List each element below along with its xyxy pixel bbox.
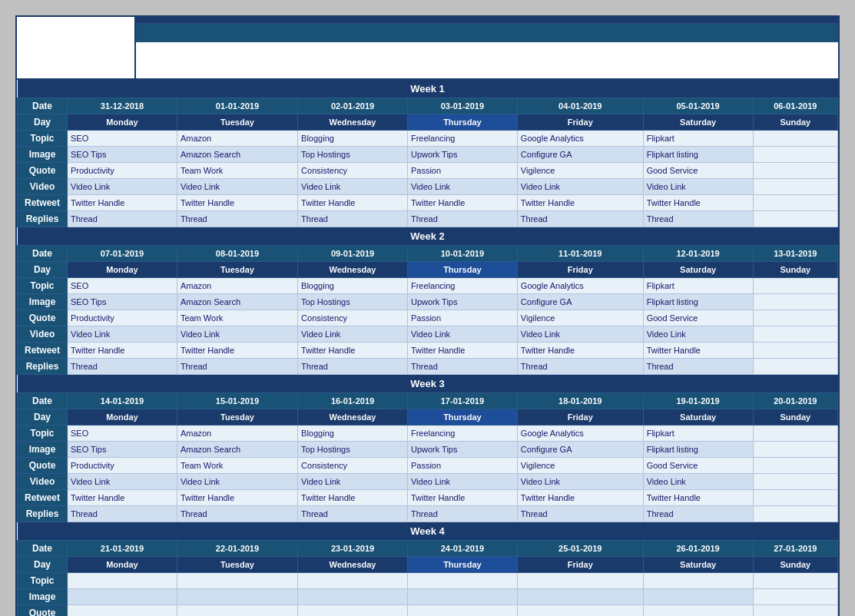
- replies-label: Replies: [18, 506, 68, 522]
- day-label: Day: [18, 262, 68, 278]
- data-cell: [753, 573, 837, 589]
- data-cell: Upwork Tips: [407, 442, 517, 458]
- data-cell: Thread: [68, 359, 177, 375]
- date-cell: 06-01-2019: [753, 98, 837, 114]
- date-cell: 24-01-2019: [407, 541, 517, 557]
- data-cell: Video Link: [407, 474, 517, 490]
- data-cell: Freelancing: [407, 131, 517, 147]
- data-cell: Vigilence: [517, 163, 643, 179]
- data-cell: [407, 605, 517, 617]
- data-cell: Thread: [298, 211, 408, 227]
- day-cell: Wednesday: [298, 409, 408, 426]
- retweet-label: Retweet: [18, 195, 68, 211]
- data-cell: Team Work: [177, 163, 297, 179]
- data-cell: Team Work: [177, 310, 297, 326]
- day-cell: Saturday: [643, 409, 753, 426]
- data-cell: Video Link: [68, 474, 177, 490]
- data-cell: Thread: [643, 359, 753, 375]
- topic-row: TopicSEOAmazonBloggingFreelancingGoogle …: [18, 426, 838, 442]
- data-cell: [753, 195, 837, 211]
- date-row: Date07-01-201908-01-201909-01-201910-01-…: [18, 246, 838, 262]
- day-label: Day: [18, 114, 68, 131]
- data-cell: Upwork Tips: [407, 294, 517, 310]
- date-cell: 21-01-2019: [68, 541, 177, 557]
- data-cell: Top Hostings: [298, 442, 408, 458]
- date-cell: 04-01-2019: [517, 98, 643, 114]
- week-4-header: Week 4: [18, 522, 838, 541]
- data-cell: Configure GA: [517, 442, 643, 458]
- data-cell: [753, 211, 837, 227]
- retweet-label: Retweet: [18, 343, 68, 359]
- data-cell: Blogging: [298, 278, 408, 294]
- date-cell: 31-12-2018: [68, 98, 177, 114]
- data-cell: Video Link: [643, 326, 753, 343]
- data-cell: Twitter Handle: [68, 490, 177, 506]
- data-cell: Thread: [643, 506, 753, 522]
- data-cell: [753, 163, 837, 179]
- data-cell: SEO Tips: [68, 147, 177, 163]
- data-cell: [753, 179, 837, 195]
- day-cell: Wednesday: [298, 262, 408, 278]
- data-cell: Video Link: [407, 179, 517, 195]
- day-cell: Monday: [68, 262, 177, 278]
- data-cell: Google Analytics: [517, 131, 643, 147]
- data-cell: Good Service: [643, 310, 753, 326]
- data-cell: Productivity: [68, 310, 177, 326]
- data-cell: Twitter Handle: [517, 343, 643, 359]
- data-cell: [177, 573, 297, 589]
- week-2-header: Week 2: [18, 227, 838, 246]
- data-cell: Flipkart listing: [643, 294, 753, 310]
- video-row: VideoVideo LinkVideo LinkVideo LinkVideo…: [18, 326, 838, 343]
- data-cell: [68, 573, 177, 589]
- data-cell: Amazon Search: [177, 147, 297, 163]
- video-label: Video: [18, 326, 68, 343]
- data-cell: Twitter Handle: [407, 195, 517, 211]
- data-cell: Thread: [517, 506, 643, 522]
- data-cell: Amazon: [177, 426, 297, 442]
- data-cell: Twitter Handle: [298, 490, 408, 506]
- date-cell: 08-01-2019: [177, 246, 297, 262]
- day-cell: Sunday: [753, 262, 837, 278]
- retweet-row: RetweetTwitter HandleTwitter HandleTwitt…: [18, 195, 838, 211]
- data-cell: Video Link: [643, 474, 753, 490]
- data-cell: Thread: [407, 506, 517, 522]
- date-cell: 02-01-2019: [298, 98, 408, 114]
- data-cell: [517, 605, 643, 617]
- retweet-label: Retweet: [18, 490, 68, 506]
- data-cell: [753, 326, 837, 343]
- data-cell: Twitter Handle: [177, 343, 297, 359]
- retweet-row: RetweetTwitter HandleTwitter HandleTwitt…: [18, 343, 838, 359]
- date-label: Date: [18, 393, 68, 409]
- date-cell: 19-01-2019: [643, 393, 753, 409]
- date-label: Date: [18, 98, 68, 114]
- topic-row: TopicSEOAmazonBloggingFreelancingGoogle …: [18, 131, 838, 147]
- data-cell: [753, 589, 837, 605]
- day-row: DayMondayTuesdayWednesdayThursdayFridayS…: [18, 557, 838, 573]
- image-row: Image: [18, 589, 838, 605]
- day-cell: Friday: [517, 557, 643, 573]
- day-cell: Monday: [68, 114, 177, 131]
- date-cell: 27-01-2019: [753, 541, 837, 557]
- date-cell: 09-01-2019: [298, 246, 408, 262]
- week-header-row: Week 1: [18, 80, 838, 98]
- week-header-row: Week 2: [18, 227, 838, 246]
- data-cell: Flipkart listing: [643, 442, 753, 458]
- data-cell: Flipkart listing: [643, 147, 753, 163]
- quote-row: QuoteProductivityTeam WorkConsistencyPas…: [18, 310, 838, 326]
- data-cell: Blogging: [298, 426, 408, 442]
- data-cell: Amazon Search: [177, 442, 297, 458]
- data-cell: [753, 474, 837, 490]
- data-cell: Team Work: [177, 458, 297, 474]
- data-cell: Twitter Handle: [407, 490, 517, 506]
- date-row: Date21-01-201922-01-201923-01-201924-01-…: [18, 541, 838, 557]
- data-cell: [517, 589, 643, 605]
- data-cell: [753, 506, 837, 522]
- date-cell: 07-01-2019: [68, 246, 177, 262]
- data-cell: Thread: [68, 506, 177, 522]
- data-cell: Thread: [407, 211, 517, 227]
- logo-cell: [17, 17, 136, 78]
- date-cell: 23-01-2019: [298, 541, 408, 557]
- date-cell: 12-01-2019: [643, 246, 753, 262]
- excel-bar: [136, 17, 838, 24]
- date-cell: 05-01-2019: [643, 98, 753, 114]
